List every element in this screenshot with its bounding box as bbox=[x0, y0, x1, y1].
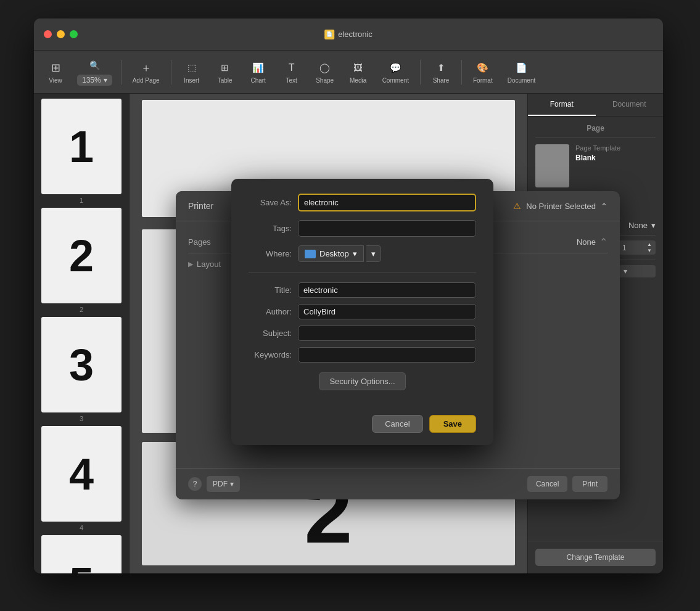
save-as-row: Save As: bbox=[249, 194, 476, 211]
toolbar-media[interactable]: 🖼 Media bbox=[343, 57, 374, 88]
sidebar-page-3[interactable]: 3 3 bbox=[39, 317, 124, 422]
toolbar-sep-1 bbox=[121, 60, 121, 84]
title-bar: 📄 electronic bbox=[34, 18, 663, 51]
printer-label: Printer bbox=[188, 201, 213, 211]
sidebar-page-1[interactable]: 1 1 bbox=[39, 99, 124, 204]
sidebar-page-4[interactable]: 4 4 bbox=[39, 426, 124, 531]
increment-icon[interactable]: ▲ bbox=[647, 242, 652, 247]
author-label: Author: bbox=[249, 307, 292, 316]
pages-label: Pages bbox=[188, 237, 211, 247]
toolbar-sep-2 bbox=[171, 60, 171, 84]
sidebar-page-5[interactable]: 5 5 bbox=[39, 535, 124, 573]
chart-icon: 📊 bbox=[251, 60, 266, 75]
thumbnail-3: 3 bbox=[41, 317, 121, 412]
tab-format[interactable]: Format bbox=[528, 94, 596, 116]
tags-row: Tags: bbox=[249, 220, 476, 237]
share-icon: ⬆ bbox=[434, 60, 448, 75]
toolbar: ⊞ View 🔍 135% ▾ ＋ Add Page ⬚ Insert ⊞ Ta… bbox=[34, 51, 663, 94]
thumbnail-5: 5 bbox=[41, 535, 121, 573]
document-icon: 📄 bbox=[324, 30, 334, 39]
save-cancel-button[interactable]: Cancel bbox=[372, 415, 422, 433]
shape-label: Shape bbox=[316, 77, 334, 84]
chart-label: Chart bbox=[250, 77, 265, 84]
title-bar-center: 📄 electronic bbox=[324, 30, 373, 39]
sidebar-page-2[interactable]: 2 2 bbox=[39, 208, 124, 313]
save-as-input[interactable] bbox=[298, 194, 476, 211]
save-button[interactable]: Save bbox=[429, 415, 476, 433]
toolbar-zoom[interactable]: 🔍 135% ▾ bbox=[73, 55, 116, 88]
layout-label: Layout bbox=[197, 260, 221, 269]
where-expand-button[interactable]: ▾ bbox=[366, 245, 381, 262]
save-divider bbox=[249, 272, 476, 273]
toolbar-view[interactable]: ⊞ View bbox=[40, 57, 71, 88]
printer-chevron-icon: ⌃ bbox=[601, 202, 607, 211]
toolbar-chart[interactable]: 📊 Chart bbox=[243, 57, 274, 88]
toolbar-share[interactable]: ⬆ Share bbox=[426, 57, 456, 88]
toolbar-add-page[interactable]: ＋ Add Page bbox=[126, 57, 166, 88]
text-icon: T bbox=[284, 60, 299, 75]
thumbnail-2: 2 bbox=[41, 208, 121, 303]
add-page-label: Add Page bbox=[133, 77, 160, 84]
insert-label: Insert bbox=[184, 77, 199, 84]
printer-selector[interactable]: ⚠ No Printer Selected ⌃ bbox=[513, 201, 607, 211]
toolbar-format[interactable]: 🎨 Format bbox=[467, 57, 499, 88]
document-toolbar-icon: 📄 bbox=[514, 60, 529, 75]
print-button[interactable]: Print bbox=[572, 476, 607, 492]
chevron-down-icon: ▾ bbox=[651, 221, 656, 230]
keywords-input[interactable] bbox=[298, 347, 476, 363]
table-label: Table bbox=[218, 77, 233, 84]
toolbar-sep-4 bbox=[461, 60, 462, 84]
pdf-label: PDF bbox=[213, 480, 228, 488]
keywords-label: Keywords: bbox=[249, 350, 292, 359]
decrement-icon[interactable]: ▼ bbox=[647, 248, 652, 253]
subject-input[interactable] bbox=[298, 326, 476, 341]
tab-document[interactable]: Document bbox=[596, 94, 664, 116]
traffic-lights bbox=[44, 30, 78, 38]
toolbar-table[interactable]: ⊞ Table bbox=[210, 57, 241, 88]
author-row: Author: bbox=[249, 304, 476, 319]
print-cancel-button[interactable]: Cancel bbox=[527, 476, 567, 492]
where-selector[interactable]: Desktop ▾ ▾ bbox=[298, 245, 381, 262]
page-number-4: 4 bbox=[80, 524, 83, 531]
subject-row: Subject: bbox=[249, 326, 476, 341]
zoom-value[interactable]: 135% ▾ bbox=[77, 75, 112, 86]
author-input[interactable] bbox=[298, 304, 476, 319]
thumbnail-4: 4 bbox=[41, 426, 121, 522]
toolbar-text[interactable]: T Text bbox=[276, 57, 307, 88]
document-label: Document bbox=[508, 77, 536, 84]
title-input[interactable] bbox=[298, 282, 476, 298]
save-metadata: Title: Author: Subject: Keywords: bbox=[249, 282, 476, 363]
pdf-button[interactable]: PDF ▾ bbox=[207, 476, 240, 492]
toolbar-insert[interactable]: ⬚ Insert bbox=[176, 57, 207, 88]
page-number-1: 1 bbox=[80, 197, 83, 204]
text-label: Text bbox=[286, 77, 297, 84]
tags-input[interactable] bbox=[298, 220, 476, 237]
print-dialog-footer: ? PDF ▾ Cancel Print bbox=[176, 468, 620, 499]
save-as-label: Save As: bbox=[249, 198, 292, 207]
toolbar-comment[interactable]: 💬 Comment bbox=[376, 57, 415, 88]
outer-dropdown[interactable]: ▾ bbox=[619, 265, 656, 277]
where-button[interactable]: Desktop ▾ bbox=[298, 245, 364, 262]
minimize-button[interactable] bbox=[57, 30, 65, 38]
close-button[interactable] bbox=[44, 30, 52, 38]
thumbnail-1: 1 bbox=[41, 99, 121, 194]
none-pages-selector[interactable]: None ⌃ bbox=[577, 236, 607, 248]
save-dialog: Save As: Tags: Where: Desktop ▾ ▾ Title:… bbox=[231, 179, 493, 445]
toolbar-shape[interactable]: ◯ Shape bbox=[310, 57, 340, 88]
maximize-button[interactable] bbox=[70, 30, 78, 38]
none-selector[interactable]: None ▾ bbox=[628, 221, 656, 230]
format-icon: 🎨 bbox=[476, 60, 490, 75]
help-button[interactable]: ? bbox=[188, 477, 202, 491]
template-thumbnail bbox=[535, 144, 569, 187]
save-actions: Cancel Save bbox=[249, 415, 476, 433]
page-number-input[interactable]: 1 ▲ ▼ bbox=[619, 240, 656, 255]
share-label: Share bbox=[433, 77, 450, 84]
change-template-button[interactable]: Change Template bbox=[535, 549, 656, 566]
toolbar-sep-3 bbox=[420, 60, 421, 84]
sidebar: 1 1 2 2 3 3 4 4 5 5 bbox=[34, 94, 130, 573]
page-number-value: 1 bbox=[622, 244, 627, 252]
toolbar-document[interactable]: 📄 Document bbox=[501, 57, 542, 88]
security-options-button[interactable]: Security Options... bbox=[319, 372, 405, 390]
where-chevron-icon: ▾ bbox=[353, 249, 357, 258]
panel-section-label: Page bbox=[535, 124, 656, 138]
